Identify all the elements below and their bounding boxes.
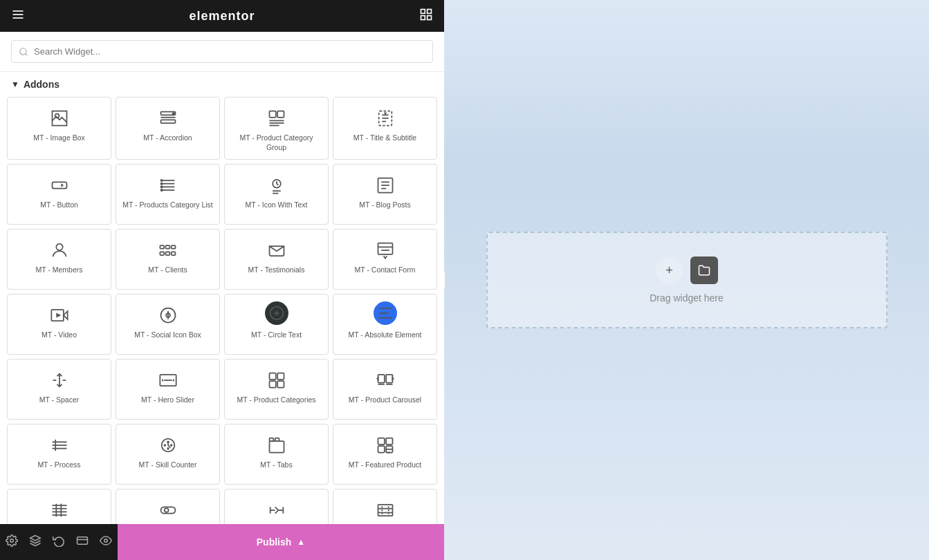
svg-rect-63 (269, 381, 275, 387)
svg-point-106 (104, 539, 108, 542)
widget-pricing-table[interactable]: MT - Pricing Table (7, 489, 111, 524)
svg-rect-82 (386, 438, 392, 445)
widget-members-label: MT - Members (35, 265, 82, 275)
widget-absolute-element[interactable]: MT - Absolute Element (333, 294, 437, 355)
accordion-icon (158, 107, 178, 129)
widget-products-category-list-label: MT - Products Category List (122, 200, 213, 210)
svg-rect-21 (52, 183, 66, 189)
widget-product-carousel[interactable]: MT - Product Carousel (333, 359, 437, 420)
bottom-bar: Publish ▲ (0, 524, 444, 560)
widget-featured-product[interactable]: MT - Featured Product (333, 424, 437, 485)
widget-clients[interactable]: MT - Clients (116, 229, 220, 290)
responsive-icon[interactable] (71, 529, 94, 556)
widget-product-category-group-label: MT - Product Category Group (230, 133, 322, 152)
widget-search-bar[interactable]: MT - Search Bar (116, 489, 220, 524)
history-icon[interactable] (47, 529, 71, 556)
widget-blog-posts-label: MT - Blog Posts (359, 200, 411, 210)
svg-rect-62 (277, 373, 284, 380)
widget-video-label: MT - Video (42, 330, 77, 340)
widget-absolute-element-label: MT - Absolute Element (348, 330, 421, 340)
widget-circle-text[interactable]: MT - Circle Text (224, 294, 329, 355)
svg-marker-103 (30, 535, 41, 541)
svg-rect-10 (160, 120, 175, 123)
widget-video[interactable]: MT - Video (7, 294, 111, 355)
hero-slider-icon (158, 369, 178, 391)
svg-rect-65 (378, 375, 384, 383)
widget-process[interactable]: MT - Process (7, 424, 111, 485)
widget-blog-posts[interactable]: MT - Blog Posts (333, 164, 437, 225)
svg-rect-41 (160, 252, 164, 256)
template-icon[interactable] (690, 256, 718, 284)
widget-accordion-label: MT - Accordion (143, 133, 192, 143)
widget-product-carousel-label: MT - Product Carousel (349, 395, 421, 405)
svg-rect-40 (171, 245, 175, 249)
svg-marker-49 (56, 313, 61, 318)
svg-point-28 (160, 186, 162, 187)
widget-title-subtitle[interactable]: MT - Title & Subtitle (333, 97, 437, 160)
widget-image-box-label: MT - Image Box (33, 133, 85, 143)
grid-icon[interactable] (419, 8, 433, 25)
spacer-icon (50, 369, 69, 391)
settings-icon[interactable] (0, 529, 24, 556)
widget-hero-slider[interactable]: MT - Hero Slider (116, 359, 220, 420)
button-icon (50, 174, 69, 196)
widget-skill-counter-label: MT - Skill Counter (139, 460, 197, 470)
widget-product-category-group[interactable]: MT - Product Category Group (224, 97, 329, 160)
hamburger-icon[interactable] (11, 8, 25, 25)
tabs-icon (267, 434, 286, 456)
svg-marker-48 (63, 311, 67, 319)
layers-icon[interactable] (24, 529, 47, 556)
svg-point-102 (10, 539, 14, 542)
pricing-table-icon (50, 499, 69, 521)
widget-skill-counter[interactable]: MT - Skill Counter (116, 424, 220, 485)
drop-zone[interactable]: + Drag widget here (486, 232, 887, 328)
widget-highlighted-text[interactable]: MT - Highlighted Text (224, 489, 329, 524)
svg-point-94 (164, 508, 168, 512)
eye-icon[interactable] (94, 529, 118, 556)
product-category-group-icon (267, 107, 286, 129)
widget-spacer-label: MT - Spacer (39, 395, 80, 405)
row-overlay-icon (376, 499, 395, 521)
widget-image-box[interactable]: MT - Image Box (7, 97, 111, 160)
circle-text-circle (265, 301, 288, 325)
widget-product-categories[interactable]: MT - Product Categories (224, 359, 329, 420)
widget-products-category-list[interactable]: MT - Products Category List (116, 164, 220, 225)
widget-testimonials[interactable]: MT - Testimonials (224, 229, 329, 290)
widget-members[interactable]: MT - Members (7, 229, 111, 290)
addons-label: Addons (24, 79, 59, 90)
search-input[interactable] (11, 40, 433, 63)
publish-button[interactable]: Publish ▲ (118, 524, 444, 560)
testimonials-icon (267, 239, 286, 261)
widget-button-label: MT - Button (40, 200, 78, 210)
widget-accordion[interactable]: MT - Accordion (116, 97, 220, 160)
widget-contact-form[interactable]: MT - Contact Form (333, 229, 437, 290)
svg-point-74 (167, 441, 169, 444)
title-subtitle-icon (376, 107, 395, 129)
widget-social-icon-box[interactable]: MT - Social Icon Box (116, 294, 220, 355)
clients-icon (158, 239, 178, 261)
widget-spacer[interactable]: MT - Spacer (7, 359, 111, 420)
absolute-element-icon (374, 304, 397, 326)
svg-rect-44 (378, 243, 392, 254)
widget-tabs[interactable]: MT - Tabs (224, 424, 329, 485)
widget-icon-with-text[interactable]: MT - Icon With Text (224, 164, 329, 225)
widget-contact-form-label: MT - Contact Form (355, 265, 416, 275)
svg-rect-5 (421, 15, 425, 19)
process-icon (50, 434, 69, 456)
widget-testimonials-label: MT - Testimonials (248, 265, 305, 275)
svg-rect-38 (160, 245, 164, 249)
widget-button[interactable]: MT - Button (7, 164, 111, 225)
svg-rect-66 (386, 375, 392, 383)
widget-social-icon-box-label: MT - Social Icon Box (134, 330, 201, 340)
icon-with-text-icon (267, 174, 286, 196)
product-carousel-icon (376, 369, 395, 391)
publish-chevron-icon: ▲ (297, 537, 305, 547)
highlighted-text-icon (267, 499, 286, 521)
widgets-scroll: MT - Image Box MT - Accordion MT - Produ… (0, 94, 444, 524)
widget-row-overlay[interactable]: MT - Row Overlay (333, 489, 437, 524)
contact-form-icon (376, 239, 395, 261)
svg-rect-13 (277, 111, 284, 118)
add-widget-icon[interactable]: + (656, 256, 683, 284)
app-logo: elementor (189, 9, 255, 24)
search-area (0, 32, 444, 72)
